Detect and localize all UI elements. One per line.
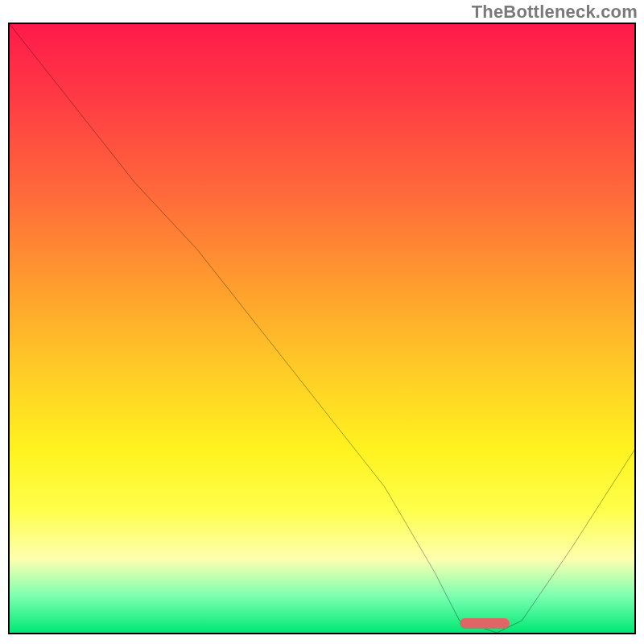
curve-path	[10, 24, 634, 633]
bottleneck-curve	[10, 24, 634, 633]
optimal-range-marker	[460, 618, 510, 630]
plot-area	[8, 23, 636, 634]
chart-frame: TheBottleneck.com	[0, 0, 644, 644]
attribution-text: TheBottleneck.com	[472, 2, 638, 23]
